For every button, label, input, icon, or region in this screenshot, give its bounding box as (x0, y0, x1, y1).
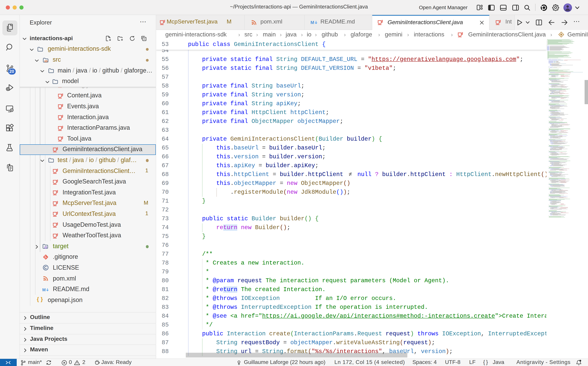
svg-text:M: M (42, 287, 46, 292)
svg-text:M: M (311, 20, 314, 25)
